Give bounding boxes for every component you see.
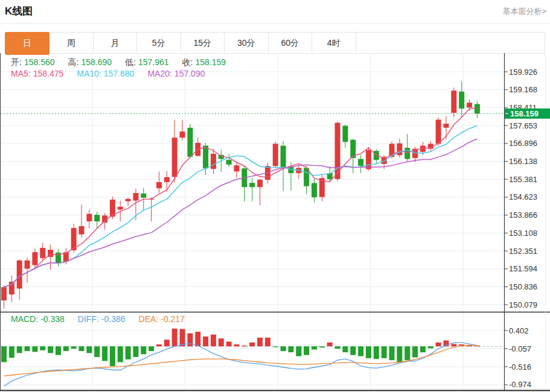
macd-bar bbox=[164, 340, 170, 346]
tab-60min[interactable]: 60分 bbox=[269, 33, 313, 53]
macd-bar bbox=[86, 346, 92, 353]
macd-bar bbox=[48, 346, 53, 353]
candle-body bbox=[249, 183, 255, 187]
legend-label: 低: bbox=[125, 57, 136, 67]
legend-value: 158.475 bbox=[33, 69, 64, 78]
macd-bar bbox=[234, 344, 240, 346]
macd-bar bbox=[374, 346, 379, 359]
candle-body bbox=[1, 287, 7, 300]
tab-daily[interactable]: 日 bbox=[5, 32, 50, 55]
macd-bar bbox=[288, 346, 293, 352]
axis-label: 0.402 bbox=[509, 326, 529, 335]
macd-bar bbox=[133, 346, 138, 357]
macd-bar bbox=[428, 346, 433, 348]
legend-label: DIFF: bbox=[78, 314, 99, 324]
tab-monthly[interactable]: 月 bbox=[94, 33, 138, 53]
kline-page: K线图 基本面分析> 日周月5分15分30分60分4时 159.926159.1… bbox=[0, 0, 550, 392]
macd-bar bbox=[257, 338, 263, 346]
macd-bar bbox=[304, 346, 309, 355]
candle-body bbox=[475, 104, 480, 114]
candles-group[interactable] bbox=[1, 81, 480, 309]
fundamental-analysis-link[interactable]: 基本面分析> bbox=[502, 6, 546, 17]
candle-body bbox=[312, 183, 317, 198]
legend-label: 收: bbox=[182, 57, 193, 67]
macd-bar bbox=[420, 346, 426, 352]
macd-bar bbox=[180, 329, 185, 347]
current-price-tag: 158.159 bbox=[505, 109, 550, 119]
legend-value: 158.560 bbox=[24, 57, 55, 67]
macd-bar bbox=[94, 346, 100, 357]
macd-bar bbox=[226, 341, 232, 346]
macd-bar bbox=[25, 346, 30, 351]
legend-label: MA10: bbox=[77, 69, 101, 78]
candle-body bbox=[288, 167, 293, 173]
ohlc-readout: 开:158.560高:158.690低:157.961收:158.159 bbox=[11, 57, 239, 68]
tab-4hour[interactable]: 4时 bbox=[312, 33, 356, 53]
candle-body bbox=[126, 199, 131, 201]
candle-body bbox=[451, 90, 456, 113]
tab-5min[interactable]: 5分 bbox=[137, 33, 181, 53]
axis-label: 154.623 bbox=[509, 192, 537, 201]
macd-bar bbox=[265, 338, 270, 346]
legend-value: 158.690 bbox=[81, 57, 112, 67]
macd-bar bbox=[389, 346, 395, 360]
macd-bar bbox=[71, 346, 77, 349]
page-title: K线图 bbox=[5, 4, 33, 18]
legend-value: -0.217 bbox=[161, 314, 185, 324]
candle-body bbox=[234, 165, 240, 171]
chart-area: 159.926159.168158.411157.653156.896156.1… bbox=[0, 53, 550, 392]
candle-body bbox=[172, 138, 177, 177]
timeframe-tabs: 日周月5分15分30分60分4时 bbox=[5, 32, 545, 54]
candle-body bbox=[9, 282, 14, 294]
axis-label: -0.974 bbox=[509, 380, 531, 389]
candle-body bbox=[187, 128, 193, 157]
axis-label: 150.836 bbox=[509, 282, 537, 291]
macd-bar bbox=[312, 346, 317, 349]
macd-bar bbox=[350, 346, 356, 355]
macd-bar bbox=[382, 346, 387, 358]
candle-body bbox=[257, 180, 263, 187]
candle-body bbox=[86, 214, 92, 222]
price-tag-value: 158.159 bbox=[510, 109, 539, 118]
tabs-filler bbox=[356, 33, 545, 53]
legend-label: MACD: bbox=[11, 314, 38, 324]
macd-bar bbox=[296, 346, 301, 356]
tab-30min[interactable]: 30分 bbox=[225, 33, 269, 53]
candle-body bbox=[443, 124, 449, 128]
axis-label: 150.079 bbox=[509, 300, 537, 309]
legend-value: -0.338 bbox=[40, 314, 65, 324]
candle-body bbox=[358, 159, 363, 166]
axis-label: 159.168 bbox=[509, 85, 537, 94]
macd-bar bbox=[397, 346, 402, 362]
candle-body bbox=[40, 248, 45, 258]
macd-bar bbox=[211, 335, 216, 347]
candle-body bbox=[118, 207, 123, 210]
macd-bar bbox=[319, 346, 325, 347]
candle-body bbox=[164, 177, 170, 182]
ma-readout: MA5:158.475MA10:157.680MA20:157.090 bbox=[11, 69, 218, 78]
macd-bar bbox=[203, 337, 208, 346]
macd-bar bbox=[366, 346, 371, 358]
macd-bar bbox=[40, 346, 45, 350]
legend-value: 157.680 bbox=[104, 69, 135, 78]
tab-weekly[interactable]: 周 bbox=[50, 33, 94, 53]
macd-bar bbox=[358, 346, 363, 356]
tab-15min[interactable]: 15分 bbox=[181, 33, 225, 53]
macd-bar bbox=[241, 346, 247, 346]
axis-label: 156.138 bbox=[509, 157, 537, 166]
kline-chart-svg[interactable]: 159.926159.168158.411157.653156.896156.1… bbox=[0, 53, 550, 392]
candle-body bbox=[17, 261, 22, 289]
macd-bar bbox=[172, 329, 177, 346]
macd-bar bbox=[335, 346, 341, 349]
macd-bar bbox=[405, 346, 410, 360]
legend-value: 157.090 bbox=[174, 69, 205, 78]
macd-axis-labels: 0.402-0.057-0.516-0.974 bbox=[505, 326, 531, 390]
macd-bar bbox=[126, 346, 131, 359]
axis-label: 153.108 bbox=[509, 229, 537, 238]
macd-bar bbox=[110, 346, 115, 366]
candle-body bbox=[405, 148, 410, 159]
legend-label: 高: bbox=[68, 57, 79, 67]
macd-bar bbox=[451, 344, 456, 346]
axis-label: 152.351 bbox=[509, 247, 537, 256]
legend-value: 157.961 bbox=[138, 57, 169, 67]
